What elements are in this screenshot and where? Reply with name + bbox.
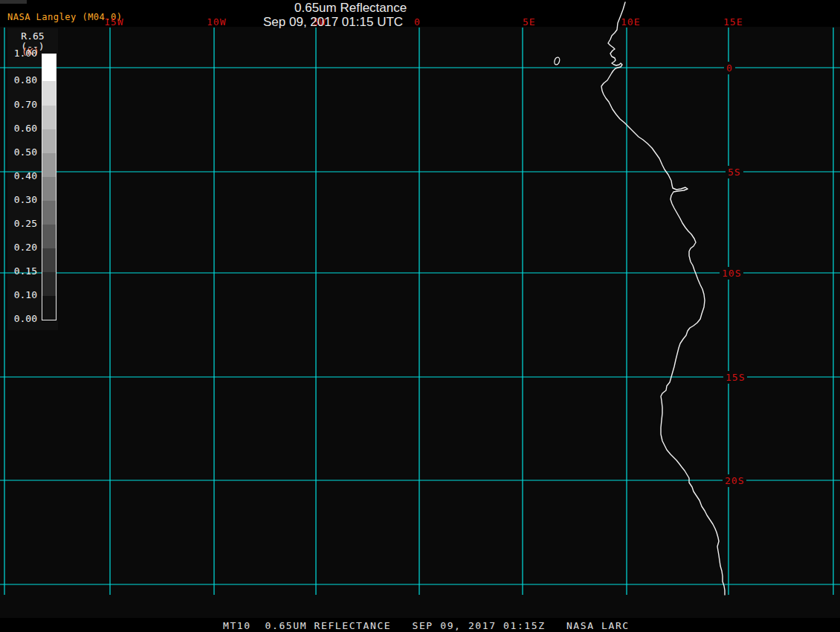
latitude-label-10S: 10S [720,267,743,280]
longitude-label-15W: 15W [104,16,123,28]
colorbar-block [42,272,56,296]
colorbar-tick-0.40: 0.40 [10,170,37,181]
colorbar-block [42,296,56,320]
latitude-label-20S: 20S [723,474,746,487]
colorbar-tick-0.80: 0.80 [10,74,37,86]
colorbar-bar [42,54,56,320]
colorbar-tick-1.00: 1.00 [10,48,37,59]
longitude-label-10E: 10E [621,16,640,28]
longitude-label-15E: 15E [723,16,743,28]
colorbar-tick-0.50: 0.50 [10,146,37,158]
colorbar-tick-0.70: 0.70 [10,99,37,110]
colorbar-tick-0.15: 0.15 [10,265,37,277]
longitude-label-10W: 10W [207,16,226,28]
colorbar-block [42,201,56,225]
page-title: 0.65um Reflectance [294,1,407,16]
colorbar-block [42,177,56,201]
coastline [601,2,725,595]
colorbar-tick-0.20: 0.20 [10,242,37,253]
colorbar-tick-0.30: 0.30 [10,194,37,205]
island-outline [554,57,560,65]
colorbar-block [42,106,56,129]
colorbar-parameter-label: R.65 [7,30,58,42]
latitude-label-5S: 5S [726,166,743,178]
page-subtitle-timestamp: Sep 09, 2017 01:15 UTC [263,15,403,30]
footer-caption: MT10 0.65UM REFLECTANCE SEP 09, 2017 01:… [223,620,630,631]
colorbar-block [42,81,56,106]
latitude-label-0: 0 [724,62,735,74]
longitude-label-0: 0 [414,16,421,28]
colorbar-block [42,248,56,272]
colorbar-block [42,54,56,81]
colorbar-block [42,129,56,153]
map-graticule-svg [0,0,840,632]
colorbar-block [42,225,56,248]
colorbar-tick-0.00: 0.00 [10,313,37,324]
colorbar-tick-0.25: 0.25 [10,218,37,229]
latitude-label-15S: 15S [723,371,747,384]
longitude-label-5E: 5E [523,16,536,28]
colorbar-block [42,153,56,177]
satellite-reflectance-viewer: NASA Langley (M04.0) 0.65um Reflectance … [0,0,840,632]
colorbar-tick-0.10: 0.10 [10,289,37,300]
colorbar-tick-0.60: 0.60 [10,123,37,134]
grid-layer [0,28,840,595]
